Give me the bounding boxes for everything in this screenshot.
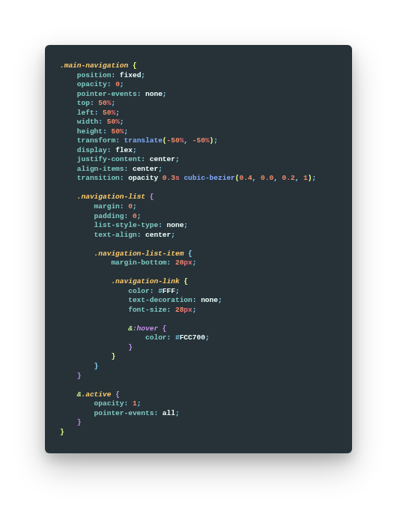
code-block: .main-navigation { position: fixed; opac… [60,61,337,437]
selector-main-navigation: .main-navigation [60,61,128,70]
selector-navigation-list-item: .navigation-list-item [94,250,184,258]
code-card: .main-navigation { position: fixed; opac… [45,45,352,453]
selector-navigation-list: .navigation-list [77,193,145,201]
selector-navigation-link: .navigation-link [111,277,179,285]
